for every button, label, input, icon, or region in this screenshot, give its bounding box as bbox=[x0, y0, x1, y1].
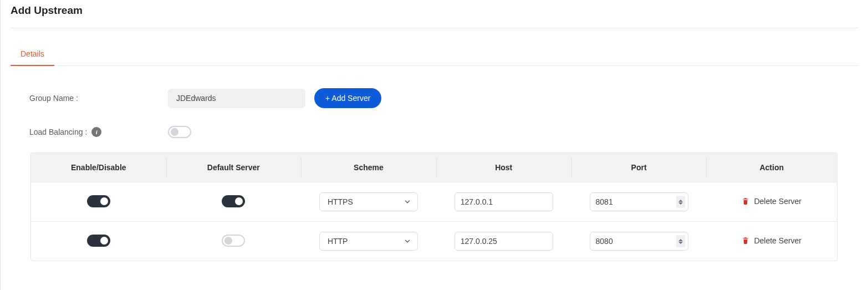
divider bbox=[11, 28, 858, 28]
table-header-row: Enable/Disable Default Server Scheme Hos… bbox=[31, 153, 837, 182]
table-row: HTTPS Delete Server bbox=[31, 182, 837, 222]
scheme-select[interactable]: HTTP bbox=[319, 232, 418, 251]
load-balancing-row: Load Balancing : i bbox=[29, 126, 858, 138]
default-server-toggle[interactable] bbox=[222, 235, 245, 247]
delete-server-button[interactable]: Delete Server bbox=[742, 197, 801, 206]
col-header-port: Port bbox=[571, 153, 707, 182]
group-name-input[interactable] bbox=[168, 89, 305, 108]
load-balancing-label: Load Balancing : i bbox=[29, 127, 168, 137]
group-name-row: Group Name : + Add Server bbox=[29, 88, 858, 108]
add-server-button[interactable]: + Add Server bbox=[314, 88, 381, 108]
servers-table: Enable/Disable Default Server Scheme Hos… bbox=[30, 152, 838, 261]
tabs-bar: Details bbox=[11, 44, 858, 66]
host-input[interactable] bbox=[455, 232, 553, 251]
port-input[interactable] bbox=[590, 232, 688, 251]
host-input[interactable] bbox=[455, 192, 553, 211]
delete-server-label: Delete Server bbox=[754, 236, 801, 245]
col-header-action: Action bbox=[706, 153, 837, 182]
port-input[interactable] bbox=[590, 192, 688, 211]
col-header-default: Default Server bbox=[166, 153, 301, 182]
group-name-label: Group Name : bbox=[29, 94, 168, 103]
delete-server-label: Delete Server bbox=[754, 197, 801, 206]
info-icon[interactable]: i bbox=[91, 127, 101, 137]
col-header-scheme: Scheme bbox=[301, 153, 436, 182]
delete-server-button[interactable]: Delete Server bbox=[742, 236, 801, 245]
page-title: Add Upstream bbox=[11, 4, 858, 17]
table-row: HTTP Delete Server bbox=[31, 222, 837, 261]
default-server-toggle[interactable] bbox=[222, 195, 245, 207]
enable-toggle[interactable] bbox=[87, 195, 110, 207]
enable-toggle[interactable] bbox=[87, 235, 110, 247]
col-header-host: Host bbox=[436, 153, 571, 182]
load-balancing-toggle[interactable] bbox=[168, 126, 191, 138]
scheme-select[interactable]: HTTPS bbox=[319, 192, 418, 211]
load-balancing-label-text: Load Balancing : bbox=[29, 128, 87, 136]
col-header-enable: Enable/Disable bbox=[31, 153, 166, 182]
trash-icon bbox=[742, 236, 749, 245]
tab-details[interactable]: Details bbox=[11, 44, 54, 66]
trash-icon bbox=[742, 197, 749, 205]
form-area: Group Name : + Add Server Load Balancing… bbox=[11, 66, 858, 138]
